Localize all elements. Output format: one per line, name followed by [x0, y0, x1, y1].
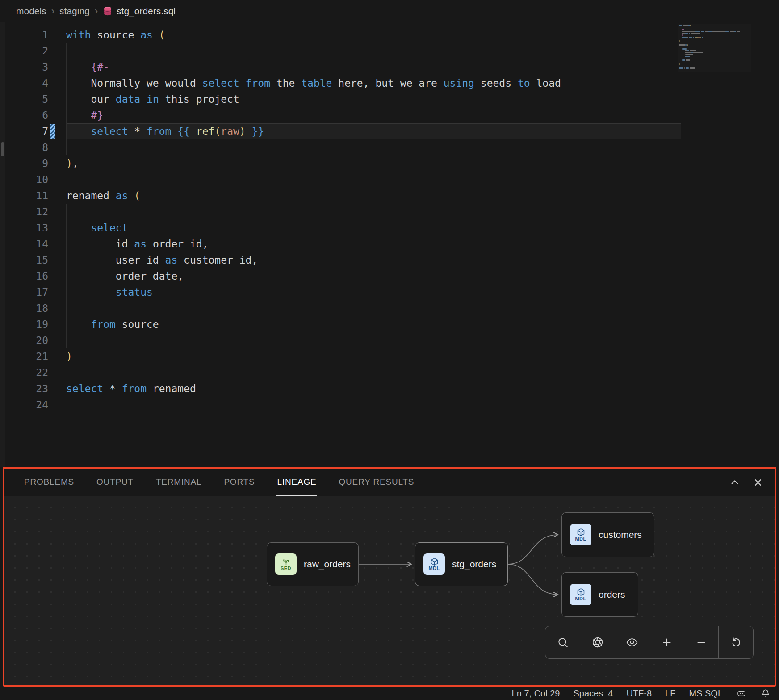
- code-line-18[interactable]: 18: [5, 300, 779, 316]
- code-line-10[interactable]: 10: [5, 172, 779, 188]
- line-number[interactable]: 14: [5, 236, 48, 252]
- minimap[interactable]: [678, 24, 751, 72]
- minimap-segment: [695, 31, 700, 32]
- line-number[interactable]: 17: [5, 284, 48, 300]
- breadcrumb-segment[interactable]: staging: [59, 6, 90, 17]
- zoom-out-button[interactable]: [684, 626, 718, 658]
- lineage-canvas[interactable]: SEDraw_ordersMDLstg_ordersMDLcustomersMD…: [4, 496, 775, 685]
- code-token: [140, 126, 147, 137]
- line-number[interactable]: 22: [5, 365, 48, 381]
- code-line-19[interactable]: 19 from source: [5, 316, 779, 332]
- code-line-1[interactable]: 1with source as (: [5, 27, 779, 43]
- code-editor[interactable]: 1with source as (23 {#-4 Normally we wou…: [5, 22, 779, 467]
- code-line-16[interactable]: 16 order_date,: [5, 268, 779, 284]
- minimap-line: [679, 69, 750, 71]
- line-number[interactable]: 10: [5, 172, 48, 188]
- code-line-22[interactable]: 22: [5, 365, 779, 381]
- code-line-12[interactable]: 12: [5, 204, 779, 220]
- code-line-17[interactable]: 17 status: [5, 284, 779, 300]
- bell-icon[interactable]: [760, 688, 771, 699]
- code-line-13[interactable]: 13 select: [5, 220, 779, 236]
- code-text: [66, 365, 681, 381]
- line-number[interactable]: 21: [5, 348, 48, 365]
- aperture-button[interactable]: [580, 626, 615, 658]
- line-number[interactable]: 9: [5, 155, 48, 172]
- code-line-7[interactable]: 7 select * from {{ ref(raw) }}: [5, 123, 779, 139]
- line-number[interactable]: 8: [5, 139, 48, 155]
- line-number[interactable]: 6: [5, 107, 48, 123]
- line-number[interactable]: 2: [5, 43, 48, 59]
- line-number[interactable]: 11: [5, 188, 48, 204]
- panel-tab-lineage[interactable]: LINEAGE: [276, 469, 317, 496]
- line-number[interactable]: 12: [5, 204, 48, 220]
- line-number[interactable]: 7: [5, 123, 48, 139]
- status-cursor-position[interactable]: Ln 7, Col 29: [512, 688, 560, 699]
- close-panel-icon[interactable]: [752, 477, 764, 488]
- search-button[interactable]: [545, 626, 580, 658]
- code-text: [66, 300, 681, 316]
- minimap-line: [679, 42, 750, 44]
- minimap-segment: [682, 37, 687, 38]
- refresh-button[interactable]: [718, 626, 753, 658]
- line-number[interactable]: 5: [5, 91, 48, 107]
- line-number[interactable]: 1: [5, 27, 48, 43]
- code-token: [103, 383, 109, 394]
- minimap-segment: [730, 31, 734, 32]
- line-number[interactable]: 18: [5, 300, 48, 316]
- code-line-14[interactable]: 14 id as order_id,: [5, 236, 779, 252]
- breadcrumb-file[interactable]: stg_orders.sql: [103, 6, 176, 17]
- code-line-11[interactable]: 11renamed as (: [5, 188, 779, 204]
- code-line-24[interactable]: 24: [5, 397, 779, 413]
- eye-button[interactable]: [615, 626, 649, 658]
- status-indentation[interactable]: Spaces: 4: [573, 688, 613, 699]
- line-number[interactable]: 20: [5, 332, 48, 348]
- activity-bar-thumb[interactable]: [1, 142, 4, 156]
- minimap-segment: [693, 52, 702, 53]
- model-glyph-icon: [577, 588, 585, 596]
- lineage-node-customers[interactable]: MDLcustomers: [561, 512, 654, 557]
- line-number[interactable]: 15: [5, 252, 48, 268]
- line-number[interactable]: 19: [5, 316, 48, 332]
- lineage-edge-stg_orders-to-orders: [508, 564, 558, 595]
- lineage-node-stg_orders[interactable]: MDLstg_orders: [415, 542, 508, 586]
- minimap-segment: [685, 52, 691, 53]
- code-token: *: [109, 383, 116, 394]
- lineage-node-raw_orders[interactable]: SEDraw_orders: [267, 542, 359, 586]
- line-number[interactable]: 13: [5, 220, 48, 236]
- code-text: [66, 204, 681, 220]
- status-encoding[interactable]: UTF-8: [626, 688, 652, 699]
- line-number[interactable]: 4: [5, 75, 48, 91]
- code-line-21[interactable]: 21): [5, 348, 779, 365]
- gutter-marker-slot: [48, 316, 66, 332]
- line-number[interactable]: 16: [5, 268, 48, 284]
- code-line-2[interactable]: 2: [5, 43, 779, 59]
- node-type-badge: SED: [281, 566, 291, 571]
- line-number[interactable]: 24: [5, 397, 48, 413]
- code-line-15[interactable]: 15 user_id as customer_id,: [5, 252, 779, 268]
- status-eol[interactable]: LF: [665, 688, 675, 699]
- line-number[interactable]: 23: [5, 381, 48, 397]
- code-line-5[interactable]: 5 our data in this project: [5, 91, 779, 107]
- code-line-20[interactable]: 20: [5, 332, 779, 348]
- code-line-9[interactable]: 9),: [5, 155, 779, 172]
- breadcrumb-segment[interactable]: models: [16, 6, 46, 17]
- panel-tab-terminal[interactable]: TERMINAL: [155, 469, 202, 496]
- line-number[interactable]: 3: [5, 59, 48, 75]
- code-line-4[interactable]: 4 Normally we would select from the tabl…: [5, 75, 779, 91]
- collapse-panel-icon[interactable]: [729, 477, 741, 488]
- code-token: [239, 77, 246, 89]
- code-line-23[interactable]: 23select * from renamed: [5, 381, 779, 397]
- panel-tab-ports[interactable]: PORTS: [223, 469, 255, 496]
- zoom-in-button[interactable]: [649, 626, 684, 658]
- panel-tab-output[interactable]: OUTPUT: [96, 469, 134, 496]
- code-line-6[interactable]: 6 #}: [5, 107, 779, 123]
- code-line-8[interactable]: 8: [5, 139, 779, 155]
- status-language-mode[interactable]: MS SQL: [689, 688, 723, 699]
- model-glyph-icon: [430, 557, 439, 566]
- panel-tab-problems[interactable]: PROBLEMS: [23, 469, 75, 496]
- lineage-node-orders[interactable]: MDLorders: [561, 572, 638, 617]
- code-line-3[interactable]: 3 {#-: [5, 59, 779, 75]
- copilot-icon[interactable]: [736, 688, 747, 699]
- panel-tab-query-results[interactable]: QUERY RESULTS: [338, 469, 415, 496]
- status-items: Ln 7, Col 29Spaces: 4UTF-8LFMS SQL: [512, 688, 723, 699]
